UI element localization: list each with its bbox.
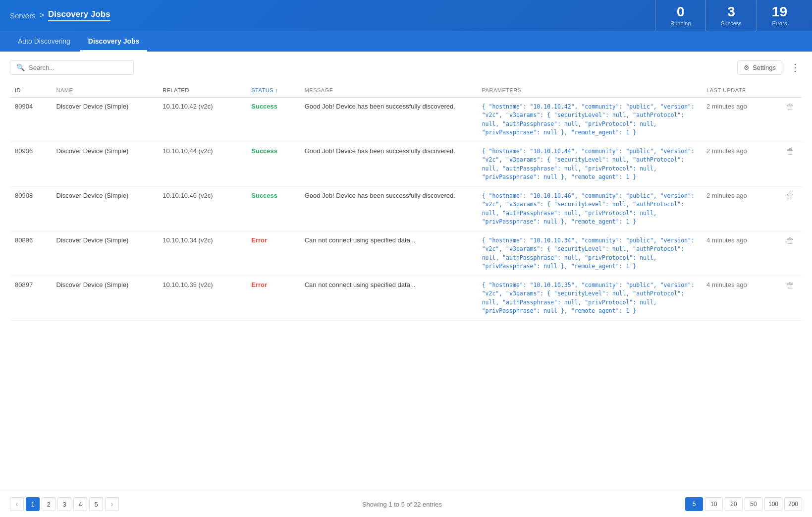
table-row: 80906 Discover Device (Simple) 10.10.10.…	[10, 142, 802, 187]
page-size-20[interactable]: 20	[725, 497, 743, 511]
toolbar: 🔍 ⚙ Settings ⋮	[10, 59, 802, 75]
breadcrumb-separator: >	[40, 11, 44, 20]
cell-status: Error	[246, 276, 299, 321]
discovery-jobs-table: ID NAME RELATED STATUS ↑ MESSAGE PARAMET…	[10, 83, 802, 321]
cell-id: 80906	[10, 142, 52, 187]
page-size-10[interactable]: 10	[705, 497, 723, 511]
delete-button[interactable]: 🗑	[786, 236, 794, 245]
toolbar-right: ⚙ Settings ⋮	[737, 59, 802, 75]
params-text: { "hostname": "10.10.10.34", "community"…	[482, 237, 695, 270]
cell-message: Can not connect using specified data...	[300, 231, 477, 276]
cell-related: 10.10.10.44 (v2c)	[158, 142, 246, 187]
pagination-page-3[interactable]: 3	[57, 497, 71, 511]
search-box[interactable]: 🔍	[10, 60, 134, 75]
pagination-page-5[interactable]: 5	[89, 497, 103, 511]
cell-status: Success	[246, 142, 299, 187]
delete-button[interactable]: 🗑	[786, 192, 794, 200]
status-badge: Error	[251, 236, 267, 244]
page-size-100[interactable]: 100	[764, 497, 782, 511]
stat-success: 3 Success	[705, 0, 757, 31]
breadcrumb-servers[interactable]: Servers	[10, 11, 36, 20]
cell-lastupdate: 4 minutes ago	[702, 231, 778, 276]
cell-parameters: { "hostname": "10.10.10.34", "community"…	[477, 231, 702, 276]
cell-action: 🗑	[778, 231, 802, 276]
pagination-page-1[interactable]: 1	[26, 497, 40, 511]
cell-related: 10.10.10.46 (v2c)	[158, 187, 246, 231]
page-size-50[interactable]: 50	[745, 497, 762, 511]
page-size-200[interactable]: 200	[784, 497, 802, 511]
cell-id: 80904	[10, 98, 52, 142]
cell-name: Discover Device (Simple)	[52, 187, 158, 231]
col-related: RELATED	[158, 83, 246, 98]
params-text: { "hostname": "10.10.10.46", "community"…	[482, 192, 695, 225]
cell-name: Discover Device (Simple)	[52, 231, 158, 276]
col-parameters: PARAMETERS	[477, 83, 702, 98]
tab-discovery-jobs[interactable]: Discovery Jobs	[80, 32, 148, 52]
col-lastupdate: LAST UPDATE	[702, 83, 778, 98]
pagination-page-2[interactable]: 2	[42, 497, 55, 511]
params-text: { "hostname": "10.10.10.35", "community"…	[482, 282, 695, 314]
stat-errors-label: Errors	[772, 20, 787, 26]
stat-running: 0 Running	[655, 0, 705, 31]
breadcrumb: Servers > Discovery Jobs	[10, 9, 655, 21]
content-area: 🔍 ⚙ Settings ⋮ ID NAME RELATED STATUS ↑ …	[0, 52, 812, 517]
cell-parameters: { "hostname": "10.10.10.44", "community"…	[477, 142, 702, 187]
delete-button[interactable]: 🗑	[786, 147, 794, 156]
settings-label: Settings	[753, 64, 776, 71]
page-size: 5 10 20 50 100 200	[685, 497, 802, 511]
col-status[interactable]: STATUS ↑	[246, 83, 299, 98]
stat-running-label: Running	[670, 20, 691, 26]
cell-parameters: { "hostname": "10.10.10.35", "community"…	[477, 276, 702, 321]
pagination-prev[interactable]: ‹	[10, 497, 24, 511]
params-text: { "hostname": "10.10.10.44", "community"…	[482, 148, 695, 180]
col-name: NAME	[52, 83, 158, 98]
cell-related: 10.10.10.35 (v2c)	[158, 276, 246, 321]
cell-action: 🗑	[778, 276, 802, 321]
table-row: 80896 Discover Device (Simple) 10.10.10.…	[10, 231, 802, 276]
cell-lastupdate: 2 minutes ago	[702, 98, 778, 142]
search-input[interactable]	[29, 64, 127, 71]
cell-related: 10.10.10.42 (v2c)	[158, 98, 246, 142]
cell-related: 10.10.10.34 (v2c)	[158, 231, 246, 276]
cell-action: 🗑	[778, 98, 802, 142]
search-icon: 🔍	[16, 63, 25, 71]
cell-status: Success	[246, 187, 299, 231]
pagination-next[interactable]: ›	[105, 497, 119, 511]
cell-name: Discover Device (Simple)	[52, 142, 158, 187]
cell-id: 80908	[10, 187, 52, 231]
table-header: ID NAME RELATED STATUS ↑ MESSAGE PARAMET…	[10, 83, 802, 98]
cell-lastupdate: 4 minutes ago	[702, 276, 778, 321]
delete-button[interactable]: 🗑	[786, 103, 794, 111]
cell-message: Good Job! Device has been successfully d…	[300, 187, 477, 231]
stat-success-label: Success	[721, 20, 742, 26]
table-row: 80897 Discover Device (Simple) 10.10.10.…	[10, 276, 802, 321]
settings-button[interactable]: ⚙ Settings	[737, 60, 782, 75]
col-action	[778, 83, 802, 98]
more-options-button[interactable]: ⋮	[788, 59, 802, 75]
params-text: { "hostname": "10.10.10.42", "community"…	[482, 103, 695, 136]
table-body: 80904 Discover Device (Simple) 10.10.10.…	[10, 98, 802, 321]
cell-parameters: { "hostname": "10.10.10.46", "community"…	[477, 187, 702, 231]
cell-name: Discover Device (Simple)	[52, 276, 158, 321]
status-badge: Error	[251, 281, 267, 288]
cell-id: 80896	[10, 231, 52, 276]
pagination-bar: ‹ 1 2 3 4 5 › Showing 1 to 5 of 22 entri…	[0, 491, 812, 517]
tab-auto-discovering[interactable]: Auto Discovering	[10, 32, 78, 52]
col-message: MESSAGE	[300, 83, 477, 98]
page-size-5[interactable]: 5	[685, 497, 703, 511]
col-id: ID	[10, 83, 52, 98]
pagination-info: Showing 1 to 5 of 22 entries	[362, 501, 442, 508]
cell-parameters: { "hostname": "10.10.10.42", "community"…	[477, 98, 702, 142]
status-badge: Success	[251, 147, 277, 155]
stat-errors-number: 19	[772, 5, 787, 19]
pagination-page-4[interactable]: 4	[73, 497, 87, 511]
table-row: 80908 Discover Device (Simple) 10.10.10.…	[10, 187, 802, 231]
cell-message: Can not connect using specified data...	[300, 276, 477, 321]
stat-running-number: 0	[677, 5, 685, 19]
cell-message: Good Job! Device has been successfully d…	[300, 142, 477, 187]
cell-action: 🗑	[778, 187, 802, 231]
cell-lastupdate: 2 minutes ago	[702, 187, 778, 231]
header: Servers > Discovery Jobs 0 Running 3 Suc…	[0, 0, 812, 31]
cell-status: Error	[246, 231, 299, 276]
delete-button[interactable]: 🗑	[786, 281, 794, 289]
